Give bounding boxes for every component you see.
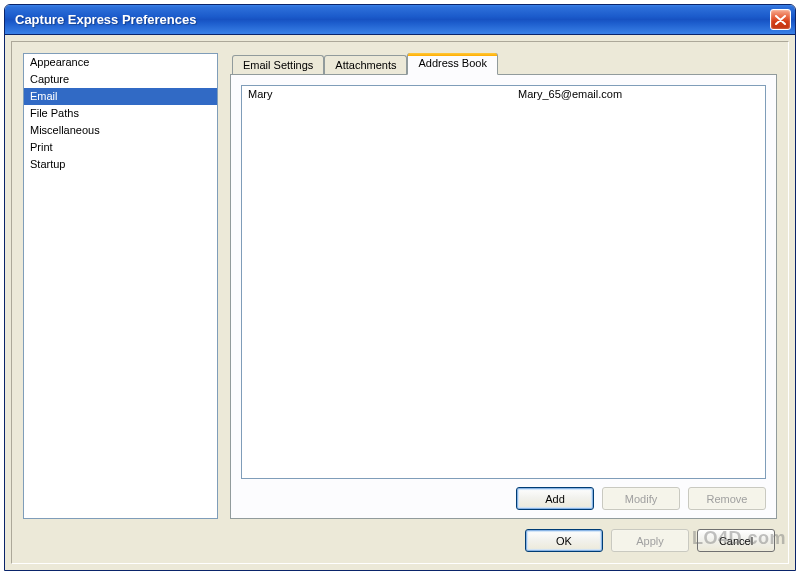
add-button[interactable]: Add: [516, 487, 594, 510]
modify-button[interactable]: Modify: [602, 487, 680, 510]
remove-button[interactable]: Remove: [688, 487, 766, 510]
sidebar-item-capture[interactable]: Capture: [24, 71, 217, 88]
tabs-row: Email Settings Attachments Address Book: [230, 53, 777, 74]
panel-frame: Appearance Capture Email File Paths Misc…: [11, 41, 789, 564]
sidebar-item-label: Email: [30, 90, 58, 102]
dialog-footer: OK Apply Cancel: [23, 519, 777, 552]
tab-area: Email Settings Attachments Address Book …: [230, 53, 777, 519]
sidebar-item-startup[interactable]: Startup: [24, 156, 217, 173]
address-book-buttons: Add Modify Remove: [241, 479, 766, 510]
titlebar-title: Capture Express Preferences: [15, 12, 770, 27]
sidebar-item-appearance[interactable]: Appearance: [24, 54, 217, 71]
sidebar-item-label: Print: [30, 141, 53, 153]
ok-button[interactable]: OK: [525, 529, 603, 552]
category-list[interactable]: Appearance Capture Email File Paths Misc…: [23, 53, 218, 519]
sidebar-item-label: Startup: [30, 158, 65, 170]
titlebar[interactable]: Capture Express Preferences: [5, 5, 795, 35]
dialog-window: Capture Express Preferences Appearance C…: [4, 4, 796, 571]
sidebar-item-file-paths[interactable]: File Paths: [24, 105, 217, 122]
content-area: Appearance Capture Email File Paths Misc…: [5, 35, 795, 570]
list-item[interactable]: Mary Mary_65@email.com: [242, 86, 765, 103]
sidebar-item-miscellaneous[interactable]: Miscellaneous: [24, 122, 217, 139]
sidebar-item-label: Appearance: [30, 56, 89, 68]
apply-button[interactable]: Apply: [611, 529, 689, 552]
tab-attachments[interactable]: Attachments: [324, 55, 407, 74]
sidebar-item-label: Capture: [30, 73, 69, 85]
tab-panel-address-book: Mary Mary_65@email.com Add Modify Remove: [230, 74, 777, 519]
tab-label: Email Settings: [243, 59, 313, 71]
close-icon: [775, 15, 786, 25]
sidebar-item-label: Miscellaneous: [30, 124, 100, 136]
tab-email-settings[interactable]: Email Settings: [232, 55, 324, 74]
tab-label: Address Book: [418, 57, 486, 69]
sidebar-item-email[interactable]: Email: [24, 88, 217, 105]
tab-label: Attachments: [335, 59, 396, 71]
close-button[interactable]: [770, 9, 791, 30]
sidebar-item-print[interactable]: Print: [24, 139, 217, 156]
cancel-button[interactable]: Cancel: [697, 529, 775, 552]
tab-address-book[interactable]: Address Book: [407, 53, 497, 75]
sidebar-item-label: File Paths: [30, 107, 79, 119]
address-book-list[interactable]: Mary Mary_65@email.com: [241, 85, 766, 479]
main-area: Appearance Capture Email File Paths Misc…: [23, 53, 777, 519]
contact-name: Mary: [248, 88, 518, 101]
contact-email: Mary_65@email.com: [518, 88, 759, 101]
